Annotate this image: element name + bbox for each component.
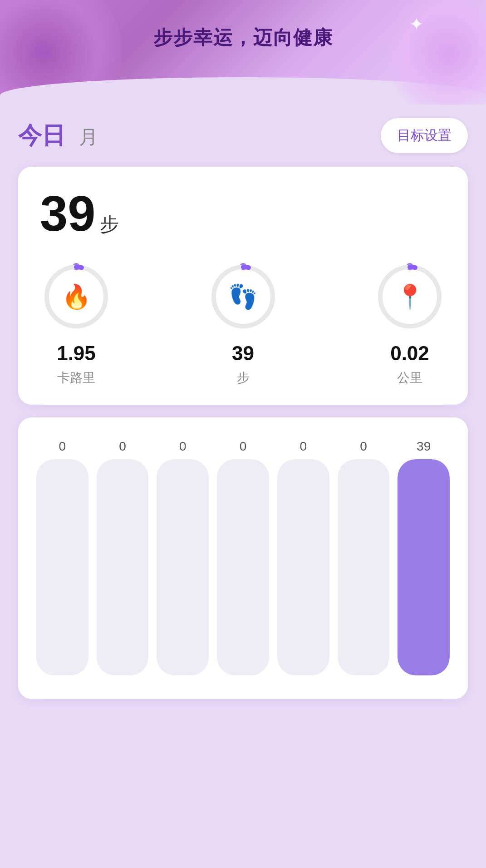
stats-card: 39 步 🔥 1.95 卡路里 — [18, 167, 468, 405]
distance-value: 0.02 — [390, 342, 429, 365]
steps-metric-value: 39 — [232, 342, 254, 365]
bar-col-1: 0 — [97, 439, 149, 675]
bar-track-4 — [277, 459, 329, 675]
distance-ring: 📍 — [373, 260, 446, 333]
bar-value-4: 0 — [299, 439, 307, 454]
bar-value-6: 39 — [417, 439, 431, 454]
bar-col-5: 0 — [338, 439, 390, 675]
metrics-row: 🔥 1.95 卡路里 👣 39 步 — [40, 260, 446, 387]
metric-distance: 📍 0.02 公里 — [373, 260, 446, 387]
steps-metric-label: 步 — [237, 369, 250, 387]
bar-value-5: 0 — [360, 439, 367, 454]
bar-value-1: 0 — [119, 439, 126, 454]
bar-value-0: 0 — [59, 439, 66, 454]
calories-icon: 🔥 — [62, 283, 91, 311]
tab-row: 今日 月 目标设置 — [18, 118, 468, 153]
hero-title: 步步幸运，迈向健康 — [153, 25, 333, 50]
steps-unit: 步 — [100, 212, 119, 237]
metric-calories: 🔥 1.95 卡路里 — [40, 260, 113, 387]
bar-col-2: 0 — [157, 439, 209, 675]
bar-track-6 — [398, 459, 450, 675]
calories-label: 卡路里 — [57, 369, 95, 387]
bar-track-2 — [157, 459, 209, 675]
bar-chart: 00000039 — [36, 439, 450, 675]
steps-icon: 👣 — [228, 283, 258, 311]
bar-track-0 — [36, 459, 88, 675]
main-content: 今日 月 目标设置 39 步 🔥 1.95 — [0, 104, 486, 717]
tab-group: 今日 月 — [18, 120, 98, 152]
bar-value-3: 0 — [240, 439, 247, 454]
calories-ring: 🔥 — [40, 260, 113, 333]
tab-month[interactable]: 月 — [79, 124, 98, 150]
steps-ring: 👣 — [207, 260, 280, 333]
sparkle-icon: ✦ — [409, 14, 432, 36]
chart-card: 00000039 — [18, 417, 468, 699]
steps-display: 39 步 — [40, 188, 446, 238]
tab-today[interactable]: 今日 — [18, 120, 65, 152]
bar-col-3: 0 — [217, 439, 269, 675]
bar-track-1 — [97, 459, 149, 675]
bar-value-2: 0 — [179, 439, 187, 454]
bar-fill-6 — [398, 459, 450, 675]
bar-track-5 — [338, 459, 390, 675]
bar-track-3 — [217, 459, 269, 675]
goal-setting-button[interactable]: 目标设置 — [381, 118, 468, 153]
hero-section: ✦ 步步幸运，迈向健康 — [0, 0, 486, 104]
bar-col-0: 0 — [36, 439, 88, 675]
distance-icon: 📍 — [395, 283, 425, 311]
metric-steps: 👣 39 步 — [207, 260, 280, 387]
bar-col-4: 0 — [277, 439, 329, 675]
distance-label: 公里 — [397, 369, 422, 387]
bar-col-6: 39 — [398, 439, 450, 675]
calories-value: 1.95 — [57, 342, 96, 365]
steps-number: 39 — [40, 188, 95, 238]
